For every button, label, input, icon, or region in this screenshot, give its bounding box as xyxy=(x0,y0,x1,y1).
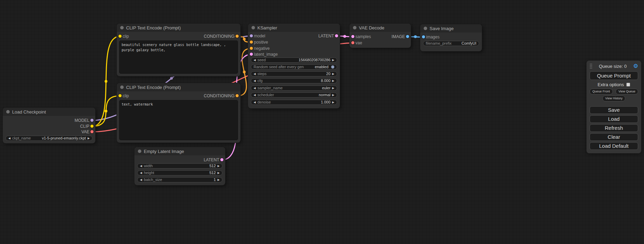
node-titlebar[interactable]: Load Checkpoint xyxy=(3,108,95,116)
widget-filename-prefix[interactable]: filename_prefix ComfyUI xyxy=(423,41,479,46)
prompt-textarea[interactable]: text, watermark xyxy=(120,100,238,140)
decrement-icon[interactable]: ◀ xyxy=(140,165,142,168)
input-dot-negative[interactable] xyxy=(250,47,253,50)
widget-seed[interactable]: ◀ seed 156680208700286 ▶ xyxy=(251,57,337,63)
input-dot-latent-image[interactable] xyxy=(250,53,253,56)
increment-icon[interactable]: ▶ xyxy=(88,137,90,140)
node-title: Load Checkpoint xyxy=(12,109,46,115)
widget-sampler-name[interactable]: ◀ sampler_name euler ▶ xyxy=(251,85,337,91)
link-dot xyxy=(243,38,246,40)
output-dot-clip[interactable] xyxy=(90,125,94,128)
decrement-icon[interactable]: ◀ xyxy=(254,73,256,75)
queue-panel: Queue size: 0 ⚙ Queue Prompt Extra optio… xyxy=(586,61,641,153)
input-dot-positive[interactable] xyxy=(250,40,253,44)
collapse-dot-icon[interactable] xyxy=(6,110,10,114)
node-graph-canvas[interactable]: Load Checkpoint MODEL CLIP VAE ◀ ckpt_na… xyxy=(0,0,644,244)
increment-icon[interactable]: ▶ xyxy=(332,59,334,62)
widget-ckpt-name[interactable]: ◀ ckpt_name v1-5-pruned-emaonly.ckpt ▶ xyxy=(6,136,92,141)
output-slot-conditioning: CONDITIONING xyxy=(204,93,235,98)
increment-icon[interactable]: ▶ xyxy=(218,165,220,168)
increment-icon[interactable]: ▶ xyxy=(218,179,220,181)
widget-random-seed-toggle[interactable]: Random seed after every gen enabled xyxy=(251,64,337,70)
output-dot-conditioning[interactable] xyxy=(236,94,239,97)
node-titlebar[interactable]: Empty Latent Image xyxy=(134,147,225,155)
widget-width[interactable]: ◀ width 512 ▶ xyxy=(137,163,222,169)
input-dot-vae[interactable] xyxy=(351,41,354,44)
widget-steps[interactable]: ◀ steps 20 ▶ xyxy=(251,71,337,76)
toggle-icon[interactable] xyxy=(331,65,334,69)
link-dot xyxy=(105,80,107,83)
link-dot xyxy=(243,71,246,73)
increment-icon[interactable]: ▶ xyxy=(218,172,220,174)
output-slot-model: MODEL xyxy=(74,118,89,123)
collapse-dot-icon[interactable] xyxy=(138,150,141,153)
collapse-dot-icon[interactable] xyxy=(120,26,124,29)
output-dot-latent[interactable] xyxy=(335,34,338,37)
widget-scheduler[interactable]: ◀ scheduler normal ▶ xyxy=(251,92,337,98)
collapse-dot-icon[interactable] xyxy=(424,27,427,30)
node-clip-text-encode-negative[interactable]: CLIP Text Encode (Prompt) clip CONDITION… xyxy=(117,83,240,143)
node-clip-text-encode-positive[interactable]: CLIP Text Encode (Prompt) clip CONDITION… xyxy=(117,24,240,76)
widget-batch-size[interactable]: ◀ batch_size 1 ▶ xyxy=(137,177,222,182)
view-history-button[interactable]: View History xyxy=(602,96,625,101)
input-dot-clip[interactable] xyxy=(118,94,122,97)
output-dot-latent[interactable] xyxy=(220,158,223,161)
increment-icon[interactable]: ▶ xyxy=(332,73,334,75)
input-dot-model[interactable] xyxy=(250,34,253,37)
prompt-textarea[interactable]: beautiful scenery nature glass bottle la… xyxy=(120,41,238,73)
output-slot-vae: VAE xyxy=(81,129,89,134)
input-dot-clip[interactable] xyxy=(118,35,122,38)
clear-button[interactable]: Clear xyxy=(590,133,638,141)
settings-gear-icon[interactable]: ⚙ xyxy=(633,63,638,69)
input-dot-images[interactable] xyxy=(422,35,425,38)
increment-icon[interactable]: ▶ xyxy=(332,80,334,82)
increment-icon[interactable]: ▶ xyxy=(332,87,334,90)
node-vae-decode[interactable]: VAE Decode samples vae IMAGE xyxy=(350,24,411,48)
node-load-checkpoint[interactable]: Load Checkpoint MODEL CLIP VAE ◀ ckpt_na… xyxy=(3,108,95,143)
save-button[interactable]: Save xyxy=(590,106,638,114)
load-default-button[interactable]: Load Default xyxy=(590,142,638,150)
node-titlebar[interactable]: CLIP Text Encode (Prompt) xyxy=(117,24,240,32)
increment-icon[interactable]: ▶ xyxy=(332,101,334,104)
output-dot-conditioning[interactable] xyxy=(236,35,239,38)
decrement-icon[interactable]: ◀ xyxy=(254,101,256,104)
output-dot-model[interactable] xyxy=(90,119,94,122)
node-title: CLIP Text Encode (Prompt) xyxy=(126,85,181,90)
decrement-icon[interactable]: ◀ xyxy=(140,172,142,174)
widget-cfg[interactable]: ◀ cfg 8.000 ▶ xyxy=(251,78,337,83)
increment-icon[interactable]: ▶ xyxy=(332,94,334,97)
decrement-icon[interactable]: ◀ xyxy=(254,87,256,90)
view-queue-button[interactable]: View Queue xyxy=(616,89,638,94)
node-ksampler[interactable]: KSampler model positive negative latent_… xyxy=(248,24,340,108)
input-slot-latent-image: latent_image xyxy=(254,52,278,57)
decrement-icon[interactable]: ◀ xyxy=(8,137,10,140)
node-titlebar[interactable]: CLIP Text Encode (Prompt) xyxy=(117,83,240,91)
refresh-button[interactable]: Refresh xyxy=(590,124,638,132)
node-title: CLIP Text Encode (Prompt) xyxy=(126,25,181,30)
decrement-icon[interactable]: ◀ xyxy=(254,94,256,97)
decrement-icon[interactable]: ◀ xyxy=(254,80,256,82)
node-titlebar[interactable]: KSampler xyxy=(248,24,340,32)
input-slot-clip: clip xyxy=(123,93,129,98)
collapse-dot-icon[interactable] xyxy=(120,85,124,89)
output-dot-vae[interactable] xyxy=(90,130,94,133)
extra-options-checkbox[interactable] xyxy=(626,83,630,87)
widget-height[interactable]: ◀ height 512 ▶ xyxy=(137,170,222,175)
load-button[interactable]: Load xyxy=(590,115,638,123)
input-dot-samples[interactable] xyxy=(351,35,354,38)
queue-prompt-button[interactable]: Queue Prompt xyxy=(590,71,638,80)
widget-denoise[interactable]: ◀ denoise 1.000 ▶ xyxy=(251,100,337,105)
output-dot-image[interactable] xyxy=(406,35,409,38)
queue-size-label: Queue size: 0 xyxy=(599,64,627,69)
queue-front-button[interactable]: Queue Front xyxy=(590,89,613,94)
decrement-icon[interactable]: ◀ xyxy=(140,179,142,181)
collapse-dot-icon[interactable] xyxy=(252,26,255,29)
drag-handle-icon[interactable] xyxy=(590,63,592,69)
node-save-image[interactable]: Save Image images filename_prefix ComfyU… xyxy=(420,24,482,51)
input-slot-model: model xyxy=(254,34,265,38)
decrement-icon[interactable]: ◀ xyxy=(254,59,256,62)
node-titlebar[interactable]: VAE Decode xyxy=(350,24,411,32)
node-titlebar[interactable]: Save Image xyxy=(420,24,482,33)
collapse-dot-icon[interactable] xyxy=(353,26,356,29)
node-empty-latent-image[interactable]: Empty Latent Image LATENT ◀ width 512 ▶ … xyxy=(134,147,225,185)
